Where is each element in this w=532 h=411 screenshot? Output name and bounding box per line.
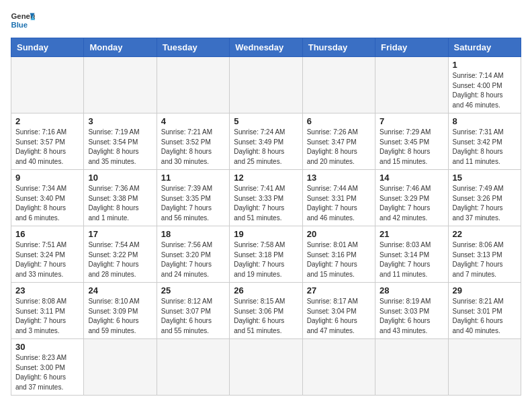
day-number: 7 [380, 116, 443, 126]
calendar-weekday-tuesday: Tuesday [157, 38, 229, 57]
day-number: 16 [15, 229, 79, 239]
day-info: Sunrise: 7:36 AM Sunset: 3:38 PM Dayligh… [88, 184, 152, 223]
calendar-day-cell: 24Sunrise: 8:10 AM Sunset: 3:09 PM Dayli… [84, 283, 157, 339]
calendar-day-cell [230, 339, 302, 396]
day-number: 5 [234, 116, 298, 126]
calendar-week-row: 9Sunrise: 7:34 AM Sunset: 3:40 PM Daylig… [11, 170, 521, 226]
calendar-day-cell: 2Sunrise: 7:16 AM Sunset: 3:57 PM Daylig… [11, 113, 84, 170]
calendar-week-row: 1Sunrise: 7:14 AM Sunset: 4:00 PM Daylig… [11, 57, 521, 113]
day-info: Sunrise: 7:46 AM Sunset: 3:29 PM Dayligh… [380, 184, 443, 223]
day-number: 15 [453, 173, 517, 183]
calendar-day-cell: 5Sunrise: 7:24 AM Sunset: 3:49 PM Daylig… [230, 113, 302, 170]
calendar-day-cell: 26Sunrise: 8:15 AM Sunset: 3:06 PM Dayli… [230, 283, 302, 339]
day-number: 26 [234, 285, 298, 295]
day-info: Sunrise: 7:39 AM Sunset: 3:35 PM Dayligh… [161, 184, 225, 223]
calendar-day-cell: 17Sunrise: 7:54 AM Sunset: 3:22 PM Dayli… [84, 226, 157, 283]
day-number: 12 [234, 173, 298, 183]
day-info: Sunrise: 8:15 AM Sunset: 3:06 PM Dayligh… [234, 297, 298, 336]
day-info: Sunrise: 8:10 AM Sunset: 3:09 PM Dayligh… [88, 297, 152, 336]
calendar-weekday-friday: Friday [375, 38, 448, 57]
calendar-day-cell: 15Sunrise: 7:49 AM Sunset: 3:26 PM Dayli… [448, 170, 521, 226]
day-number: 11 [161, 173, 225, 183]
logo: General Blue [11, 11, 35, 30]
day-number: 28 [380, 285, 443, 295]
calendar-day-cell [230, 57, 302, 113]
day-info: Sunrise: 7:51 AM Sunset: 3:24 PM Dayligh… [15, 240, 79, 279]
calendar-weekday-sunday: Sunday [11, 38, 84, 57]
calendar-day-cell [375, 57, 448, 113]
day-number: 9 [15, 173, 79, 183]
day-info: Sunrise: 8:01 AM Sunset: 3:16 PM Dayligh… [307, 240, 371, 279]
svg-text:Blue: Blue [11, 21, 28, 29]
calendar-day-cell [157, 57, 229, 113]
calendar-day-cell [302, 57, 375, 113]
day-info: Sunrise: 8:21 AM Sunset: 3:01 PM Dayligh… [453, 297, 517, 336]
day-number: 29 [453, 285, 517, 295]
day-number: 30 [15, 342, 79, 352]
calendar-day-cell [157, 339, 229, 396]
calendar-table: SundayMondayTuesdayWednesdayThursdayFrid… [11, 38, 521, 396]
calendar-day-cell: 20Sunrise: 8:01 AM Sunset: 3:16 PM Dayli… [302, 226, 375, 283]
calendar-day-cell: 4Sunrise: 7:21 AM Sunset: 3:52 PM Daylig… [157, 113, 229, 170]
calendar-day-cell: 23Sunrise: 8:08 AM Sunset: 3:11 PM Dayli… [11, 283, 84, 339]
day-info: Sunrise: 7:49 AM Sunset: 3:26 PM Dayligh… [453, 184, 517, 223]
calendar-week-row: 16Sunrise: 7:51 AM Sunset: 3:24 PM Dayli… [11, 226, 521, 283]
day-number: 18 [161, 229, 225, 239]
calendar-day-cell: 13Sunrise: 7:44 AM Sunset: 3:31 PM Dayli… [302, 170, 375, 226]
day-info: Sunrise: 8:19 AM Sunset: 3:03 PM Dayligh… [380, 297, 443, 336]
calendar-week-row: 2Sunrise: 7:16 AM Sunset: 3:57 PM Daylig… [11, 113, 521, 170]
day-number: 3 [88, 116, 152, 126]
calendar-day-cell: 3Sunrise: 7:19 AM Sunset: 3:54 PM Daylig… [84, 113, 157, 170]
day-info: Sunrise: 8:23 AM Sunset: 3:00 PM Dayligh… [15, 353, 79, 392]
calendar-day-cell: 14Sunrise: 7:46 AM Sunset: 3:29 PM Dayli… [375, 170, 448, 226]
calendar-day-cell: 21Sunrise: 8:03 AM Sunset: 3:14 PM Dayli… [375, 226, 448, 283]
calendar-day-cell: 6Sunrise: 7:26 AM Sunset: 3:47 PM Daylig… [302, 113, 375, 170]
calendar-day-cell: 19Sunrise: 7:58 AM Sunset: 3:18 PM Dayli… [230, 226, 302, 283]
day-info: Sunrise: 7:16 AM Sunset: 3:57 PM Dayligh… [15, 128, 79, 167]
day-number: 19 [234, 229, 298, 239]
day-number: 25 [161, 285, 225, 295]
day-number: 4 [161, 116, 225, 126]
day-number: 2 [15, 116, 79, 126]
calendar-day-cell [448, 339, 521, 396]
day-info: Sunrise: 8:03 AM Sunset: 3:14 PM Dayligh… [380, 240, 443, 279]
calendar-week-row: 30Sunrise: 8:23 AM Sunset: 3:00 PM Dayli… [11, 339, 521, 396]
calendar-weekday-monday: Monday [84, 38, 157, 57]
calendar-day-cell [84, 339, 157, 396]
calendar-day-cell [302, 339, 375, 396]
page-header: General Blue [11, 11, 521, 30]
day-number: 6 [307, 116, 371, 126]
day-number: 1 [453, 60, 517, 70]
day-number: 20 [307, 229, 371, 239]
calendar-day-cell [11, 57, 84, 113]
calendar-day-cell: 30Sunrise: 8:23 AM Sunset: 3:00 PM Dayli… [11, 339, 84, 396]
day-info: Sunrise: 7:34 AM Sunset: 3:40 PM Dayligh… [15, 184, 79, 223]
calendar-weekday-thursday: Thursday [302, 38, 375, 57]
day-number: 10 [88, 173, 152, 183]
day-info: Sunrise: 8:12 AM Sunset: 3:07 PM Dayligh… [161, 297, 225, 336]
day-info: Sunrise: 7:19 AM Sunset: 3:54 PM Dayligh… [88, 128, 152, 167]
calendar-day-cell: 7Sunrise: 7:29 AM Sunset: 3:45 PM Daylig… [375, 113, 448, 170]
calendar-day-cell [84, 57, 157, 113]
calendar-day-cell: 1Sunrise: 7:14 AM Sunset: 4:00 PM Daylig… [448, 57, 521, 113]
calendar-day-cell: 29Sunrise: 8:21 AM Sunset: 3:01 PM Dayli… [448, 283, 521, 339]
calendar-day-cell: 11Sunrise: 7:39 AM Sunset: 3:35 PM Dayli… [157, 170, 229, 226]
calendar-day-cell: 12Sunrise: 7:41 AM Sunset: 3:33 PM Dayli… [230, 170, 302, 226]
day-info: Sunrise: 7:58 AM Sunset: 3:18 PM Dayligh… [234, 240, 298, 279]
calendar-day-cell: 8Sunrise: 7:31 AM Sunset: 3:42 PM Daylig… [448, 113, 521, 170]
day-info: Sunrise: 7:56 AM Sunset: 3:20 PM Dayligh… [161, 240, 225, 279]
calendar-weekday-wednesday: Wednesday [230, 38, 302, 57]
day-info: Sunrise: 7:44 AM Sunset: 3:31 PM Dayligh… [307, 184, 371, 223]
day-number: 17 [88, 229, 152, 239]
day-number: 8 [453, 116, 517, 126]
calendar-day-cell: 18Sunrise: 7:56 AM Sunset: 3:20 PM Dayli… [157, 226, 229, 283]
calendar-day-cell: 16Sunrise: 7:51 AM Sunset: 3:24 PM Dayli… [11, 226, 84, 283]
day-info: Sunrise: 8:17 AM Sunset: 3:04 PM Dayligh… [307, 297, 371, 336]
calendar-day-cell: 27Sunrise: 8:17 AM Sunset: 3:04 PM Dayli… [302, 283, 375, 339]
calendar-header-row: SundayMondayTuesdayWednesdayThursdayFrid… [11, 38, 521, 57]
day-info: Sunrise: 8:08 AM Sunset: 3:11 PM Dayligh… [15, 297, 79, 336]
day-number: 23 [15, 285, 79, 295]
calendar-day-cell: 9Sunrise: 7:34 AM Sunset: 3:40 PM Daylig… [11, 170, 84, 226]
day-info: Sunrise: 7:31 AM Sunset: 3:42 PM Dayligh… [453, 128, 517, 167]
day-info: Sunrise: 7:14 AM Sunset: 4:00 PM Dayligh… [453, 71, 517, 110]
